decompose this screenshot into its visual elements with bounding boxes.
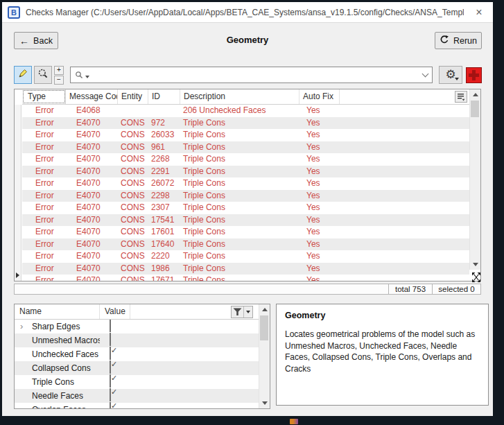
cell-message-code: E4070 bbox=[66, 214, 118, 227]
cell-entity: CONS bbox=[118, 226, 148, 238]
column-config-button[interactable] bbox=[455, 91, 467, 103]
cell-id: 26072 bbox=[148, 177, 180, 190]
column-header-value[interactable]: Value bbox=[100, 304, 130, 319]
chevron-down-icon bbox=[422, 71, 428, 78]
scrollbar-thumb[interactable] bbox=[471, 101, 479, 117]
cell-type: Error bbox=[22, 141, 66, 154]
cell-description: 206 Unchecked Faces bbox=[180, 105, 299, 117]
result-row[interactable]: Error E4070 CONS 17671 Triple Cons Yes bbox=[22, 275, 469, 281]
value-checkbox[interactable] bbox=[110, 374, 111, 388]
result-row[interactable]: Error E4070 CONS 2220 Triple Cons Yes bbox=[22, 250, 469, 263]
scroll-down-icon[interactable] bbox=[470, 259, 480, 270]
filter-name: Triple Cons bbox=[15, 375, 100, 389]
column-header-entity[interactable]: Entity bbox=[118, 89, 148, 104]
cell-type: Error bbox=[22, 153, 66, 166]
cell-description: Triple Cons bbox=[180, 250, 299, 263]
cell-filler bbox=[340, 190, 469, 202]
filter-row[interactable]: › Collapsed Cons bbox=[15, 361, 259, 375]
filter-button[interactable] bbox=[231, 306, 253, 318]
column-header-name[interactable]: Name bbox=[15, 304, 100, 319]
scroll-up-icon[interactable] bbox=[470, 89, 480, 100]
close-button[interactable]: × bbox=[472, 6, 486, 19]
filter-row[interactable]: › Needle Faces bbox=[15, 389, 259, 403]
cell-autofix: Yes bbox=[299, 263, 340, 275]
search-input[interactable] bbox=[89, 68, 418, 82]
filters-header-row: Name Value bbox=[15, 304, 259, 320]
rerun-label: Rerun bbox=[453, 36, 477, 46]
cell-autofix: Yes bbox=[299, 153, 340, 166]
cell-filler bbox=[340, 202, 469, 214]
result-row[interactable]: Error E4070 CONS 26033 Triple Cons Yes bbox=[22, 129, 469, 141]
result-row[interactable]: Error E4070 CONS 17640 Triple Cons Yes bbox=[22, 238, 469, 251]
search-dropdown-button[interactable] bbox=[418, 67, 432, 83]
column-header-type[interactable]: Type bbox=[22, 89, 66, 104]
filter-row[interactable]: › Triple Cons bbox=[15, 375, 259, 389]
value-checkbox[interactable] bbox=[110, 320, 111, 332]
rerun-button[interactable]: Rerun bbox=[435, 32, 482, 49]
value-checkbox[interactable] bbox=[110, 388, 111, 401]
results-header-row: Type Message Code Entity ID Description … bbox=[22, 89, 469, 105]
zoom-in-button[interactable]: + bbox=[54, 66, 64, 75]
cell-id: 1986 bbox=[148, 263, 180, 275]
cell-type: Error bbox=[22, 117, 66, 130]
filter-row[interactable]: › Unchecked Faces bbox=[15, 347, 259, 361]
result-row[interactable]: Error E4070 CONS 961 Triple Cons Yes bbox=[22, 141, 469, 154]
filter-row[interactable]: › Overlap Faces bbox=[15, 403, 259, 408]
results-vertical-scrollbar[interactable] bbox=[469, 89, 480, 270]
value-checkbox[interactable] bbox=[110, 361, 111, 374]
funnel-icon bbox=[232, 306, 244, 318]
zoom-tool-button[interactable] bbox=[34, 66, 52, 84]
titlebar[interactable]: B Checks Manager (C:/Users/User/AppData/… bbox=[2, 2, 493, 23]
settings-button[interactable]: ⚙ bbox=[439, 66, 462, 84]
filter-name: Unmeshed Macros bbox=[15, 333, 100, 347]
result-row[interactable]: Error E4070 CONS 2268 Triple Cons Yes bbox=[22, 153, 469, 166]
result-row[interactable]: Error E4070 CONS 2298 Triple Cons Yes bbox=[22, 190, 469, 202]
cell-description: Triple Cons bbox=[180, 238, 299, 251]
cell-autofix: Yes bbox=[299, 202, 340, 214]
column-header-autofix[interactable]: Auto Fix bbox=[299, 89, 340, 104]
cell-type: Error bbox=[22, 275, 66, 281]
filter-name: Unchecked Faces bbox=[15, 347, 100, 361]
zoom-out-button[interactable]: − bbox=[54, 76, 64, 85]
filter-row[interactable]: › Sharp Edges bbox=[15, 320, 259, 333]
scroll-down-icon[interactable] bbox=[259, 398, 270, 408]
scrollbar-thumb[interactable] bbox=[260, 315, 268, 340]
value-checkbox[interactable] bbox=[110, 402, 111, 408]
result-row[interactable]: Error E4070 CONS 1986 Triple Cons Yes bbox=[22, 263, 469, 275]
cell-message-code: E4070 bbox=[66, 166, 118, 178]
magnifier-icon bbox=[37, 68, 49, 82]
result-row[interactable]: Error E4070 CONS 2291 Triple Cons Yes bbox=[22, 166, 469, 178]
filter-row[interactable]: › Unmeshed Macros bbox=[15, 333, 259, 347]
filter-filler bbox=[130, 375, 259, 389]
settings-caret-icon bbox=[455, 78, 459, 80]
page-title: Geometry bbox=[2, 35, 493, 45]
result-row[interactable]: Error E4068 206 Unchecked Faces Yes bbox=[22, 105, 469, 117]
result-row[interactable]: Error E4070 CONS 26072 Triple Cons Yes bbox=[22, 177, 469, 190]
column-header-description[interactable]: Description bbox=[180, 89, 299, 104]
column-header-id[interactable]: ID bbox=[148, 89, 180, 104]
result-row[interactable]: Error E4070 CONS 972 Triple Cons Yes bbox=[22, 117, 469, 130]
expander-icon[interactable]: › bbox=[20, 320, 23, 333]
resize-grip[interactable] bbox=[471, 272, 481, 283]
cell-id: 17671 bbox=[148, 275, 180, 281]
filter-filler bbox=[130, 320, 259, 333]
value-checkbox[interactable] bbox=[110, 347, 111, 360]
result-row[interactable]: Error E4070 CONS 17601 Triple Cons Yes bbox=[22, 226, 469, 238]
cell-filler bbox=[340, 141, 469, 154]
highlight-tool-button[interactable] bbox=[14, 66, 32, 84]
row-header-strip bbox=[15, 105, 21, 281]
cell-message-code: E4070 bbox=[66, 275, 118, 281]
result-row[interactable]: Error E4070 CONS 17541 Triple Cons Yes bbox=[22, 214, 469, 227]
filters-vertical-scrollbar[interactable] bbox=[259, 304, 270, 408]
cell-description: Triple Cons bbox=[180, 129, 299, 141]
filters-panel: Name Value › Sharp Edges › Unmeshed M bbox=[14, 304, 270, 409]
value-checkbox[interactable] bbox=[110, 333, 111, 346]
column-header-message-code[interactable]: Message Code bbox=[66, 89, 118, 104]
cell-id: 972 bbox=[148, 117, 180, 130]
scroll-up-icon[interactable] bbox=[259, 304, 270, 315]
cell-entity: CONS bbox=[118, 129, 148, 141]
cell-id: 961 bbox=[148, 141, 180, 154]
error-color-button[interactable] bbox=[466, 67, 482, 83]
results-table: Type Message Code Entity ID Description … bbox=[14, 89, 481, 281]
result-row[interactable]: Error E4070 CONS 2307 Triple Cons Yes bbox=[22, 202, 469, 214]
